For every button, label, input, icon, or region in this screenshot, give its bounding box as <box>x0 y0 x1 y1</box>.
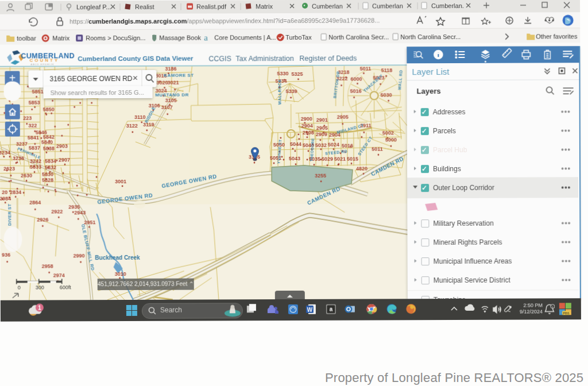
svg-text:PBS: PBS <box>563 311 570 315</box>
svg-text:5832: 5832 <box>45 164 56 170</box>
svg-text:2630: 2630 <box>21 173 32 179</box>
svg-text:3236: 3236 <box>13 156 24 161</box>
svg-text:MUSTANG DR: MUSTANG DR <box>155 92 189 98</box>
svg-text:5841: 5841 <box>28 135 39 141</box>
svg-text:3020: 3020 <box>156 80 168 86</box>
svg-text:5339: 5339 <box>286 88 297 94</box>
svg-text:a: a <box>204 33 208 42</box>
svg-text:W: W <box>307 306 313 312</box>
svg-text:2903: 2903 <box>56 143 68 149</box>
svg-text:2935: 2935 <box>68 204 80 210</box>
svg-text:2958: 2958 <box>42 263 53 269</box>
svg-text:3107: 3107 <box>161 105 173 110</box>
svg-text:2623: 2623 <box>3 166 15 172</box>
svg-text:2907: 2907 <box>59 157 70 163</box>
svg-text:3105: 3105 <box>165 98 177 103</box>
svg-text:5016: 5016 <box>350 88 362 94</box>
svg-text:3122: 3122 <box>126 123 138 129</box>
svg-text:2909: 2909 <box>316 132 327 137</box>
svg-text:600ft: 600ft <box>60 284 72 290</box>
svg-text:2905: 2905 <box>337 114 349 120</box>
svg-text:3186: 3186 <box>165 66 176 72</box>
svg-text:2901: 2901 <box>316 117 328 123</box>
svg-text:3234: 3234 <box>0 150 10 156</box>
svg-text:223: 223 <box>23 115 32 121</box>
svg-text:5850: 5850 <box>43 106 55 112</box>
svg-text:5044: 5044 <box>290 141 301 147</box>
svg-text:322: 322 <box>28 123 37 129</box>
svg-text:5015: 5015 <box>347 156 358 162</box>
svg-text:5043: 5043 <box>289 156 300 161</box>
svg-text:5021: 5021 <box>334 156 346 162</box>
svg-text:5834: 5834 <box>45 158 56 164</box>
svg-text:5032: 5032 <box>315 142 327 148</box>
svg-text:5828: 5828 <box>42 177 53 183</box>
svg-text:5830: 5830 <box>42 171 53 177</box>
svg-text:3001: 3001 <box>115 179 126 184</box>
svg-text:5330: 5330 <box>277 71 288 76</box>
svg-text:2990: 2990 <box>74 253 85 258</box>
svg-text:0: 0 <box>18 285 21 291</box>
svg-text:5840: 5840 <box>41 139 53 145</box>
svg-text:5837: 5837 <box>29 145 40 151</box>
svg-text:5002: 5002 <box>382 130 394 136</box>
svg-text:2974: 2974 <box>53 272 65 278</box>
svg-text:2984: 2984 <box>0 196 11 202</box>
svg-text:5833: 5833 <box>30 164 41 170</box>
svg-text:5011: 5011 <box>360 66 372 72</box>
svg-text:2926: 2926 <box>37 217 48 222</box>
svg-text:5118: 5118 <box>381 67 393 73</box>
svg-text:KAMORE ST: KAMORE ST <box>164 73 194 78</box>
svg-text:20: 20 <box>2 190 7 195</box>
svg-text:2922: 2922 <box>51 209 63 214</box>
svg-text:5011: 5011 <box>372 146 383 152</box>
svg-text:936: 936 <box>2 252 10 258</box>
svg-text:2864: 2864 <box>29 200 41 206</box>
svg-text:DIVER ST: DIVER ST <box>7 203 12 226</box>
svg-text:5853: 5853 <box>29 100 40 106</box>
svg-text:Buckhead Creek: Buckhead Creek <box>95 254 140 261</box>
svg-text:WALLROCK: WALLROCK <box>278 79 282 105</box>
svg-text:5030: 5030 <box>381 92 392 98</box>
svg-text:4820: 4820 <box>356 166 368 172</box>
svg-text:1: 1 <box>38 305 41 311</box>
svg-text:2900: 2900 <box>301 116 312 122</box>
svg-text:2904: 2904 <box>301 123 313 129</box>
svg-text:5016: 5016 <box>342 143 353 149</box>
svg-text:a: a <box>330 306 333 312</box>
svg-text:3255: 3255 <box>315 173 326 179</box>
svg-text:2905: 2905 <box>316 125 328 131</box>
svg-text:3010: 3010 <box>115 271 126 277</box>
svg-text:5851: 5851 <box>32 88 44 94</box>
svg-text:3021: 3021 <box>167 80 179 86</box>
svg-text:5325: 5325 <box>291 71 303 77</box>
svg-text:3110: 3110 <box>134 114 146 120</box>
svg-text:2834: 2834 <box>10 190 21 195</box>
svg-text:300: 300 <box>36 284 44 290</box>
svg-text:5029: 5029 <box>322 156 333 162</box>
svg-text:i: i <box>552 305 553 308</box>
svg-text:3237: 3237 <box>16 141 28 147</box>
svg-text:6000: 6000 <box>350 76 362 82</box>
svg-text:2943: 2943 <box>74 210 86 215</box>
svg-text:5024: 5024 <box>328 142 339 148</box>
